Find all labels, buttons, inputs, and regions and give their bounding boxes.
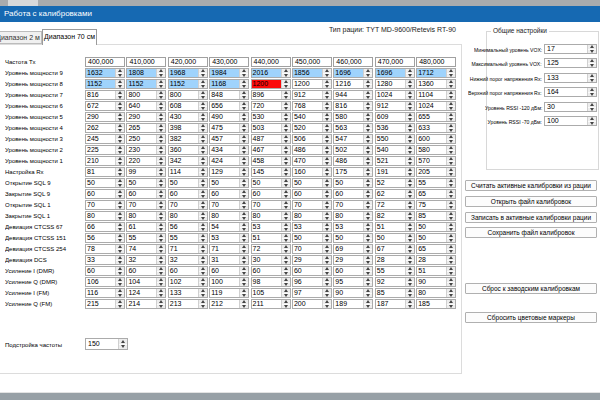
calibration-cell[interactable]: 78 — [85, 244, 125, 254]
spin-down-button[interactable] — [447, 216, 455, 221]
spin-down-button[interactable] — [240, 117, 248, 122]
spin-down-button[interactable] — [447, 205, 455, 210]
spin-down-button[interactable] — [116, 161, 124, 166]
spin-down-button[interactable] — [406, 161, 414, 166]
spin-down-button[interactable] — [323, 84, 331, 89]
spin-down-button[interactable] — [240, 183, 248, 188]
calibration-cell[interactable]: 56 — [168, 222, 208, 232]
tab-range-70cm[interactable]: Диапазон 70 см — [42, 29, 97, 45]
calibration-cell[interactable]: 60 — [251, 189, 291, 199]
spin-down-button[interactable] — [282, 183, 290, 188]
cell-value[interactable]: 1696 — [334, 69, 363, 77]
calibration-cell[interactable]: 191 — [375, 167, 415, 177]
spin-down-button[interactable] — [157, 205, 165, 210]
cell-value[interactable]: 50 — [210, 179, 239, 187]
spin-down-button[interactable] — [406, 117, 414, 122]
cell-value[interactable]: 213 — [169, 300, 198, 308]
cell-value[interactable]: 191 — [376, 168, 405, 176]
calibration-cell[interactable]: 1632 — [85, 68, 125, 78]
spin-down-button[interactable] — [240, 304, 248, 309]
spinner-value[interactable]: 30 — [545, 103, 587, 111]
cell-value[interactable]: 50 — [334, 179, 363, 187]
spin-down-button[interactable] — [199, 161, 207, 166]
cell-value[interactable]: 230 — [127, 146, 156, 154]
calibration-cell[interactable]: 213 — [168, 299, 208, 309]
cell-value[interactable]: 1968 — [169, 69, 198, 77]
calibration-cell[interactable]: 2016 — [251, 68, 291, 78]
spin-down-button[interactable] — [199, 304, 207, 309]
cell-value[interactable]: 50 — [417, 223, 446, 231]
calibration-cell[interactable]: 185 — [416, 299, 456, 309]
calibration-cell[interactable]: 1024 — [375, 90, 415, 100]
cell-value[interactable]: 220 — [127, 157, 156, 165]
cell-value[interactable]: 51 — [417, 267, 446, 275]
spin-down-button[interactable] — [406, 128, 414, 133]
calibration-cell[interactable]: 60 — [126, 266, 166, 276]
cell-value[interactable]: 1216 — [334, 80, 363, 88]
calibration-cell[interactable]: 30 — [251, 255, 291, 265]
cell-value[interactable]: 78 — [86, 245, 115, 253]
cell-value[interactable]: 502 — [334, 146, 363, 154]
calibration-cell[interactable]: 225 — [85, 145, 125, 155]
spin-down-button[interactable] — [406, 84, 414, 89]
calibration-cell[interactable]: 60 — [168, 266, 208, 276]
calibration-cell[interactable]: 82 — [375, 211, 415, 221]
spin-down-button[interactable] — [240, 150, 248, 155]
cell-value[interactable]: 60 — [293, 190, 322, 198]
cell-value[interactable]: 70 — [252, 201, 281, 209]
cell-value[interactable]: 80 — [169, 212, 198, 220]
cell-value[interactable]: 1024 — [417, 102, 446, 110]
cell-value[interactable]: 80 — [127, 212, 156, 220]
cell-value[interactable]: 114 — [169, 168, 198, 176]
calibration-cell[interactable]: 96 — [292, 277, 332, 287]
cell-value[interactable]: 53 — [334, 223, 363, 231]
freq-adjust-spinner[interactable]: 150 — [85, 338, 128, 350]
calibration-cell[interactable]: 70 — [209, 200, 249, 210]
spin-down-button[interactable] — [364, 216, 372, 221]
spin-down-button[interactable] — [282, 216, 290, 221]
calibration-cell[interactable]: 50 — [333, 233, 373, 243]
spin-down-button[interactable] — [199, 95, 207, 100]
calibration-cell[interactable]: 672 — [85, 101, 125, 111]
calibration-cell[interactable]: 53 — [333, 222, 373, 232]
calibration-cell[interactable]: 550 — [375, 134, 415, 144]
spin-down-button[interactable] — [157, 216, 165, 221]
cell-value[interactable]: 60 — [169, 190, 198, 198]
spin-down-button[interactable] — [323, 260, 331, 265]
cell-value[interactable]: 944 — [334, 91, 363, 99]
spin-down-button[interactable] — [199, 249, 207, 254]
cell-value[interactable]: 2016 — [252, 69, 281, 77]
spin-down-button[interactable] — [406, 183, 414, 188]
calibration-cell[interactable]: 74 — [126, 244, 166, 254]
cell-value[interactable]: 656 — [210, 102, 239, 110]
spin-down-button[interactable] — [157, 84, 165, 89]
spin-down-button[interactable] — [323, 216, 331, 221]
cell-value[interactable]: 80 — [293, 212, 322, 220]
calibration-cell[interactable]: 92 — [375, 277, 415, 287]
spin-down-button[interactable] — [282, 84, 290, 89]
calibration-cell[interactable]: 71 — [209, 244, 249, 254]
calibration-cell[interactable]: 28 — [375, 255, 415, 265]
cell-value[interactable]: 290 — [86, 113, 115, 121]
spin-down-button[interactable] — [157, 282, 165, 287]
spin-down-button[interactable] — [588, 92, 596, 97]
calibration-cell[interactable]: 768 — [292, 101, 332, 111]
cell-value[interactable]: 95 — [334, 278, 363, 286]
spin-down-button[interactable] — [240, 260, 248, 265]
calibration-cell[interactable]: 119 — [209, 288, 249, 298]
spin-down-button[interactable] — [157, 304, 165, 309]
calibration-cell[interactable]: 230 — [126, 145, 166, 155]
cell-value[interactable]: 53 — [210, 234, 239, 242]
spin-down-button[interactable] — [157, 106, 165, 111]
spin-down-button[interactable] — [364, 194, 372, 199]
spin-down-button[interactable] — [406, 227, 414, 232]
calibration-cell[interactable]: 250 — [126, 134, 166, 144]
calibration-cell[interactable]: 800 — [126, 90, 166, 100]
cell-value[interactable]: 29 — [293, 256, 322, 264]
calibration-cell[interactable]: 656 — [209, 101, 249, 111]
spin-down-button[interactable] — [364, 106, 372, 111]
spin-down-button[interactable] — [282, 249, 290, 254]
cell-value[interactable]: 99 — [127, 168, 156, 176]
cell-value[interactable]: 119 — [210, 289, 239, 297]
calibration-cell[interactable]: 265 — [126, 123, 166, 133]
